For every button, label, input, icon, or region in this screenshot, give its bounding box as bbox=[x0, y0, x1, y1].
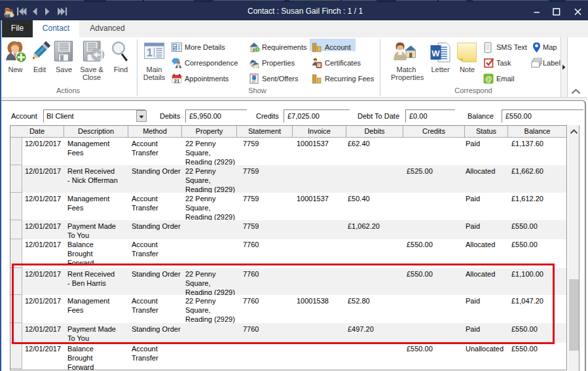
svg-text:W: W bbox=[432, 49, 440, 58]
svg-text:?: ? bbox=[256, 48, 259, 52]
svg-text:1: 1 bbox=[147, 47, 153, 58]
svg-text:@: @ bbox=[485, 75, 492, 83]
svg-text:21: 21 bbox=[174, 78, 179, 84]
svg-text:2: 2 bbox=[174, 45, 177, 50]
